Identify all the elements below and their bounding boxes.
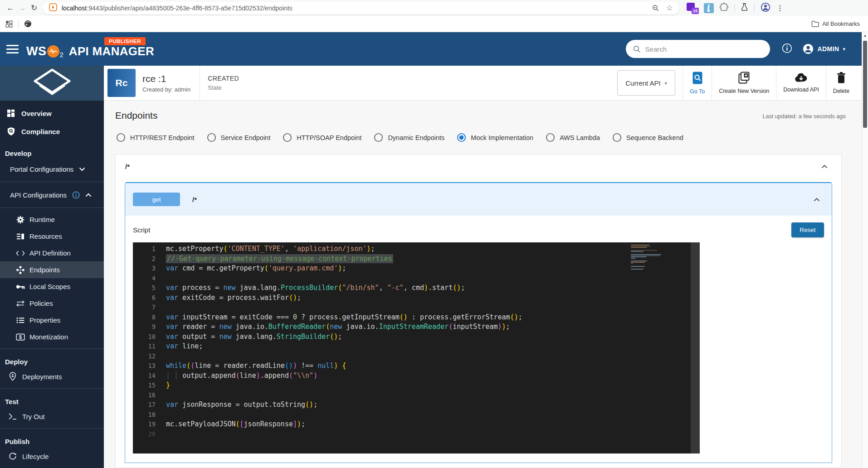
sidebar-item-api-definition[interactable]: API Definition	[0, 245, 104, 261]
code-text: var cmd = mc.getProperty('query.param.cm…	[166, 264, 346, 274]
minimap-line	[631, 252, 670, 254]
sidebar-item-portal-configurations[interactable]: Portal Configurations	[0, 159, 104, 179]
radio-label: Service Endpoint	[221, 134, 271, 141]
sidebar-item-deployments[interactable]: Deployments	[0, 368, 104, 385]
radio-aws-lambda[interactable]: AWS Lambda	[546, 133, 600, 142]
publisher-badge: PUBLISHER	[104, 37, 146, 45]
line-number: 4	[133, 274, 156, 284]
zoom-icon[interactable]	[652, 5, 659, 12]
page-scrollbar[interactable]: ▲	[862, 32, 868, 468]
devtool-extension-icon[interactable]	[704, 3, 714, 13]
create-new-version-button[interactable]: Create New Version	[712, 72, 776, 94]
resource-accordion: get /* Script Reset	[125, 182, 832, 463]
api-title: rce :1	[142, 73, 190, 84]
api-thumbnail[interactable]: Rc	[107, 69, 136, 97]
sidebar-item-endpoints[interactable]: Endpoints	[0, 261, 104, 278]
minimap-line	[631, 262, 645, 263]
scrollbar-thumb[interactable]	[863, 41, 867, 128]
go-to-button[interactable]: Go To	[683, 72, 712, 95]
script-code-editor[interactable]: 1mc.setProperty('CONTENT_TYPE', 'applica…	[133, 242, 700, 454]
svg-text:$: $	[19, 334, 22, 339]
sidebar-item-properties[interactable]: Properties	[0, 312, 104, 328]
toolbar-divider	[734, 4, 735, 12]
screen: ← → ↻ localhost:9443/publisher/apis/a483…	[0, 0, 868, 468]
version-select[interactable]: Current API ▾	[617, 70, 675, 96]
url-text[interactable]: localhost:9443/publisher/apis/a4835005-2…	[62, 5, 645, 12]
sidebar-item-try-out[interactable]: Try Out	[0, 408, 104, 425]
scrollbar-up-icon[interactable]: ▲	[862, 32, 868, 39]
sidebar-item-policies[interactable]: Policies	[0, 295, 104, 312]
sidebar-item-runtime[interactable]: Runtime	[0, 211, 104, 228]
app-header: PUBLISHER WS 2 API MANAGER Search	[0, 32, 862, 66]
code-line: 8var inputStream = exitCode === 0 ? proc…	[133, 313, 700, 323]
code-line: 16	[133, 391, 700, 400]
endpoint-type-radios: HTTP/REST EndpointService EndpointHTTP/S…	[104, 121, 862, 142]
brand-logo[interactable]: WS 2 API MANAGER	[26, 44, 154, 58]
radio-http-rest-endpoint[interactable]: HTTP/REST Endpoint	[116, 133, 195, 142]
copy-plus-icon	[738, 72, 750, 86]
download-api-button[interactable]: Download API	[776, 73, 826, 93]
adblock-extension-icon[interactable]: 15	[687, 3, 698, 14]
radio-icon	[116, 133, 126, 142]
profile-icon[interactable]	[761, 2, 770, 14]
resource-accordion-header[interactable]: get /*	[125, 183, 832, 216]
sidebar-item-overview[interactable]: Overview	[0, 104, 104, 122]
code-line: 15}	[133, 381, 700, 391]
delete-button[interactable]: Delete	[826, 72, 856, 94]
resource-path-label: /*	[192, 196, 197, 203]
endpoint-card: /* get /*	[115, 154, 842, 468]
code-line: 3var cmd = mc.getProperty('query.param.c…	[133, 264, 700, 274]
info-icon[interactable]	[72, 191, 80, 199]
search-input[interactable]: Search	[626, 40, 770, 58]
globe-bookmark-icon[interactable]	[24, 20, 32, 28]
radio-sequence-backend[interactable]: Sequence Backend	[612, 133, 683, 142]
tab-groups-icon[interactable]	[5, 20, 13, 28]
shield-search-icon	[5, 127, 17, 136]
hamburger-menu-icon[interactable]	[6, 43, 19, 56]
address-bar[interactable]: localhost:9443/publisher/apis/a4835005-2…	[43, 2, 679, 14]
all-bookmarks[interactable]: All Bookmarks	[811, 20, 860, 27]
radio-service-endpoint[interactable]: Service Endpoint	[207, 133, 271, 142]
flask-labs-icon[interactable]	[741, 3, 748, 13]
http-method-chip[interactable]: get	[133, 193, 180, 206]
sidebar-item-resources[interactable]: Resources	[0, 228, 104, 245]
reload-icon[interactable]: ↻	[28, 3, 40, 13]
minimap-line	[631, 264, 670, 265]
collapse-icon[interactable]	[814, 198, 820, 202]
sidebar-divider	[0, 207, 104, 208]
forward-icon[interactable]: →	[16, 4, 28, 13]
action-label: Create New Version	[719, 88, 769, 94]
editor-minimap[interactable]	[631, 245, 670, 272]
help-info-icon[interactable]	[782, 43, 792, 55]
sidebar-item-api-configurations[interactable]: API Configurations	[0, 185, 104, 204]
code-text: mc.setProperty('CONTENT_TYPE', 'applicat…	[166, 244, 375, 254]
sidebar-item-local-scopes[interactable]: Local Scopes	[0, 278, 104, 295]
line-number: 15	[133, 381, 156, 391]
radio-dynamic-endpoints[interactable]: Dynamic Endpoints	[374, 133, 444, 142]
radio-http-soap-endpoint[interactable]: HTTP/SOAP Endpoint	[283, 133, 361, 142]
code-text: var reader = new java.io.BufferedReader(…	[166, 322, 510, 332]
editor-scrollbar[interactable]	[691, 242, 700, 454]
bookmark-star-icon[interactable]: ☆	[666, 3, 673, 13]
sidebar-item-monetization[interactable]: $Monetization	[0, 328, 104, 345]
browser-menu-icon[interactable]: ⋮	[776, 4, 784, 12]
line-number: 1	[133, 244, 156, 254]
divider	[200, 66, 200, 101]
minimap-line	[631, 247, 647, 248]
sidebar-item-compliance[interactable]: Compliance	[0, 122, 104, 140]
resource-accordion-body: Script Reset 1mc.setProperty('CONTENT_TY…	[125, 216, 832, 454]
collapse-icon[interactable]	[821, 164, 828, 169]
sidebar-item-label: Monetization	[29, 333, 68, 341]
code-line: 17var jsonResponse = output.toString();	[133, 400, 700, 410]
line-number: 18	[133, 410, 156, 420]
reset-button[interactable]: Reset	[791, 222, 824, 237]
code-text: var inputStream = exitCode === 0 ? proce…	[166, 313, 522, 323]
back-icon[interactable]: ←	[5, 4, 16, 13]
line-number: 6	[133, 293, 156, 303]
sidebar-item-lifecycle[interactable]: Lifecycle	[0, 448, 104, 465]
radio-mock-implementation[interactable]: Mock Implementation	[457, 133, 533, 142]
user-menu[interactable]: ADMIN ▾	[802, 43, 845, 55]
puzzle-extensions-icon[interactable]	[720, 3, 728, 13]
resources-icon	[15, 233, 26, 240]
sidebar-section-develop: Develop	[0, 148, 104, 159]
